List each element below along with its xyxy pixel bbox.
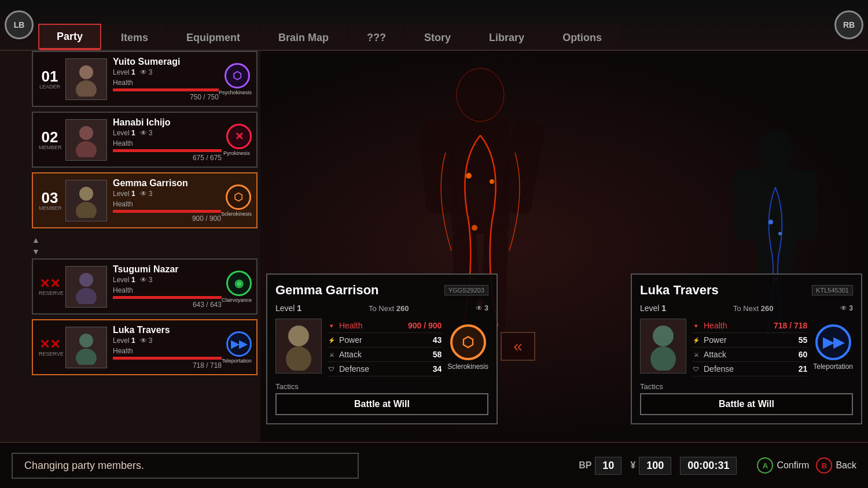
member-role: MEMBER [39,145,61,150]
tab-unknown[interactable]: ??? [348,25,404,50]
health-bar-gemma [113,210,221,213]
bp-value: 10 [595,457,621,475]
ability-icon-gemma-card: ⬡ [450,324,486,360]
ability-icon-luka: ▶▶ [226,331,252,357]
char-name-luka: Luka Travers [640,283,719,298]
member-avatar-hanabi [65,119,107,161]
defense-icon-luka: 🛡 [692,365,700,373]
party-member-luka[interactable]: ✕✕ RESERVE Luka Travers Level 1 👁 3 Heal… [32,319,258,375]
swap-arrow-button[interactable]: « [501,332,535,361]
status-message: Changing party members. [12,453,359,479]
svg-point-30 [288,326,309,346]
member-role: RESERVE [39,290,61,296]
ability-icon-hanabi: ✕ [226,124,252,149]
svg-point-3 [76,141,97,157]
svg-rect-23 [734,170,757,239]
member-avatar-luka [65,327,107,368]
status-bar: Changing party members. BP 10 ¥ 100 00:0… [0,442,868,488]
svg-point-32 [653,326,674,346]
svg-point-28 [778,232,782,235]
tab-brain-map[interactable]: Brain Map [260,25,347,50]
svg-point-17 [490,179,494,184]
char-id-gemma: YGGS29203 [444,285,488,295]
char-avatar-gemma [275,319,322,374]
party-member-tsugumi[interactable]: ✕✕ RESERVE Tsugumi Nazar Level 1 👁 3 Hea… [32,258,258,315]
svg-point-33 [650,346,676,371]
attack-icon: ⚔ [328,350,336,358]
member-info-gemma: Gemma Garrison Level 1 👁 3 Health 900 / … [113,178,221,223]
svg-rect-22 [755,167,796,254]
scroll-arrows: ▲ ▼ [32,233,258,258]
nav-tabs: Party Items Equipment Brain Map ??? Stor… [38,0,830,50]
ability-icon-luka-card: ▶▶ [815,324,851,360]
currency-indicator: ¥ 100 [630,457,671,475]
ability-icon-gemma: ⬡ [226,184,251,210]
svg-point-4 [79,187,93,201]
tactics-gemma[interactable]: Battle at Will [275,393,488,415]
tab-library[interactable]: Library [470,25,543,50]
member-number: 02 [39,130,61,145]
back-button[interactable]: B Back [816,457,856,474]
nav-bar: LB Party Items Equipment Brain Map ??? S… [0,0,868,51]
member-role: MEMBER [39,205,61,211]
tab-items[interactable]: Items [102,25,167,50]
confirm-buttons: A Confirm B Back [757,457,856,474]
defense-icon: 🛡 [328,365,336,373]
health-bar-luka [113,357,222,360]
char-avatar-luka [640,319,686,374]
member-number: 01 [39,69,61,84]
currency-value: 100 [639,457,671,475]
tab-options[interactable]: Options [544,25,620,50]
char-id-luka: KTL545301 [812,285,853,295]
ability-icon-yuito: ⬡ [225,63,250,88]
svg-point-8 [79,334,93,347]
power-icon-luka: ⚡ [692,336,700,344]
svg-point-31 [286,346,311,371]
member-avatar-yuito [65,58,107,100]
member-number: 03 [39,190,61,205]
svg-point-10 [457,69,503,121]
tab-story[interactable]: Story [406,25,469,50]
party-member-hanabi[interactable]: 02 MEMBER Hanabi Ichijo Level 1 👁 3 Heal… [32,112,258,168]
char-card-luka: Luka Travers KTL545301 Level 1 To Next 2… [631,273,862,424]
member-info-yuito: Yuito Sumeragi Level 1 👁 3 Health 750 / … [113,57,219,101]
svg-point-0 [79,65,93,79]
member-avatar-tsugumi [65,266,107,308]
member-role: LEADER [39,84,61,90]
member-info-luka: Luka Travers Level 1 👁 3 Health 718 / 71… [113,325,222,369]
main-area: Gemma Garrison YGGS29203 Level 1 To Next… [260,51,868,442]
char-name-gemma: Gemma Garrison [275,283,379,298]
health-icon-luka: ♥ [692,321,700,330]
ability-icon-tsugumi: ◉ [226,271,252,296]
char-card-gemma: Gemma Garrison YGGS29203 Level 1 To Next… [266,273,498,424]
member-info-tsugumi: Tsugumi Nazar Level 1 👁 3 Health 643 / 6… [113,264,222,309]
health-bar-tsugumi [113,296,222,299]
party-panel: 01 LEADER Yuito Sumeragi Level 1 👁 3 Hea… [32,51,258,442]
party-member-gemma[interactable]: 03 MEMBER Gemma Garrison Level 1 👁 3 Hea… [32,172,258,228]
tab-equipment[interactable]: Equipment [168,25,259,50]
a-button-icon: A [757,457,773,474]
health-bar-hanabi [113,149,222,152]
rb-button[interactable]: RB [834,10,863,39]
bp-indicator: BP 10 [579,457,621,475]
member-avatar-gemma [65,180,107,221]
svg-point-7 [76,288,97,304]
confirm-button[interactable]: A Confirm [757,457,809,474]
svg-point-2 [79,126,93,140]
svg-point-27 [768,220,773,224]
svg-point-9 [76,349,97,365]
svg-point-16 [466,173,472,179]
svg-point-21 [758,130,793,170]
health-bar-yuito [113,88,219,91]
tab-party[interactable]: Party [38,24,101,50]
party-member-yuito[interactable]: 01 LEADER Yuito Sumeragi Level 1 👁 3 Hea… [32,51,258,107]
lb-button[interactable]: LB [5,10,34,39]
power-icon: ⚡ [328,336,336,344]
svg-point-5 [76,202,97,218]
tactics-luka[interactable]: Battle at Will [640,393,853,415]
svg-point-6 [79,273,93,287]
health-icon: ♥ [328,321,336,330]
member-info-hanabi: Hanabi Ichijo Level 1 👁 3 Health 675 / 6… [113,117,222,162]
member-role: RESERVE [39,351,61,357]
attack-icon-luka: ⚔ [692,350,700,358]
